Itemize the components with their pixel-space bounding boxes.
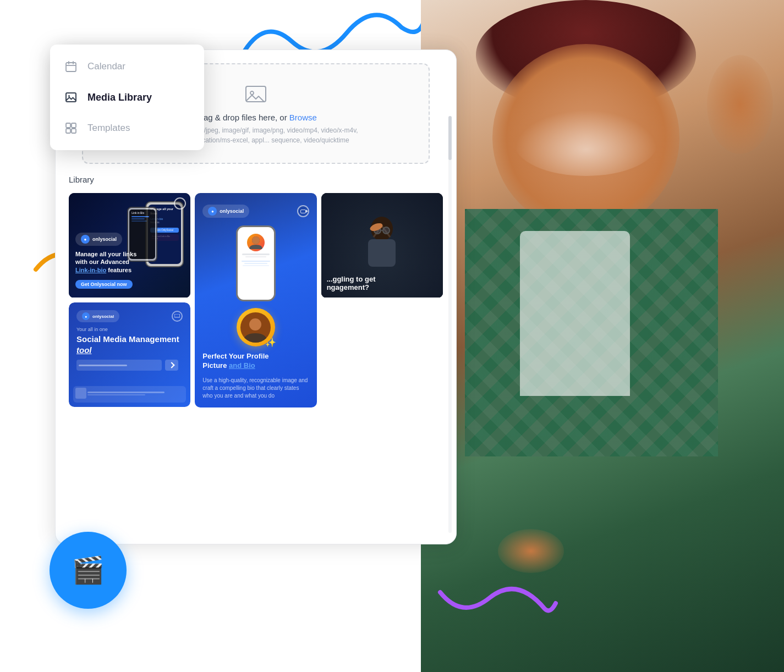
dropdown-templates[interactable]: Templates	[50, 113, 204, 144]
svg-point-14	[249, 318, 261, 331]
svg-rect-6	[66, 123, 70, 128]
purple-wave	[435, 581, 556, 631]
calendar-label: Calendar	[87, 61, 125, 72]
svg-point-5	[68, 95, 70, 97]
item-1-title: Manage all your linkswith our Advanced L…	[75, 250, 184, 274]
brand-badge-2: ● onlysocial	[202, 205, 249, 218]
svg-rect-9	[72, 129, 76, 133]
svg-rect-18	[368, 239, 396, 267]
svg-rect-8	[66, 129, 70, 133]
image-icon	[63, 90, 79, 105]
item-4-title: Social Media Managementtool	[76, 334, 183, 355]
media-item-4[interactable]: ● onlysocial Your all in one Social Medi…	[69, 302, 190, 407]
svg-rect-7	[72, 123, 76, 128]
svg-rect-0	[66, 63, 76, 71]
dropdown-menu: Calendar Media Library Temp	[50, 45, 204, 150]
ui-card: Calendar Media Library Temp	[55, 49, 457, 544]
media-item-1[interactable]: Manage all your links Link-in-bio featur…	[69, 193, 190, 298]
item-2-title: Perfect Your ProfilePicture and Bio	[202, 352, 309, 371]
item-3-title: ...ggling to getngagement?	[327, 275, 437, 292]
svg-rect-4	[66, 93, 76, 102]
video-camera-icon: 🎬	[72, 555, 105, 586]
brand-badge-1: ● onlysocial	[75, 233, 122, 246]
item-4-subtitle: Your all in one	[76, 327, 183, 332]
dropdown-calendar[interactable]: Calendar	[50, 51, 204, 82]
scrollbar-track	[448, 116, 452, 533]
media-grid: Manage all your links Link-in-bio featur…	[69, 193, 443, 407]
dropdown-media-library[interactable]: Media Library	[50, 82, 204, 113]
grid-icon	[63, 120, 79, 136]
media-item-3[interactable]: ● onlysocial	[321, 193, 443, 298]
svg-point-13	[252, 236, 260, 244]
svg-rect-25	[174, 314, 180, 317]
item-2-select[interactable]	[297, 205, 309, 217]
item-4-bg: ● onlysocial Your all in one Social Medi…	[69, 302, 190, 407]
brand-badge-4: ● onlysocial	[76, 310, 119, 322]
item-2-subtitle: Use a high-quality, recognizable image a…	[202, 377, 309, 400]
svg-point-11	[250, 91, 254, 95]
templates-label: Templates	[87, 123, 130, 134]
calendar-icon	[63, 59, 79, 74]
media-library-label: Media Library	[87, 92, 152, 103]
scrollbar-thumb[interactable]	[448, 116, 452, 160]
item-4-select[interactable]	[172, 311, 183, 322]
video-circle-button[interactable]: 🎬	[50, 532, 127, 609]
svg-point-22	[383, 227, 390, 234]
media-item-2[interactable]: ● onlysocial	[195, 193, 316, 407]
library-label: Library	[69, 175, 443, 184]
library-section: Library Manage all your links	[56, 175, 456, 407]
browse-link[interactable]: Browse	[289, 113, 317, 122]
person-photo	[421, 0, 784, 672]
